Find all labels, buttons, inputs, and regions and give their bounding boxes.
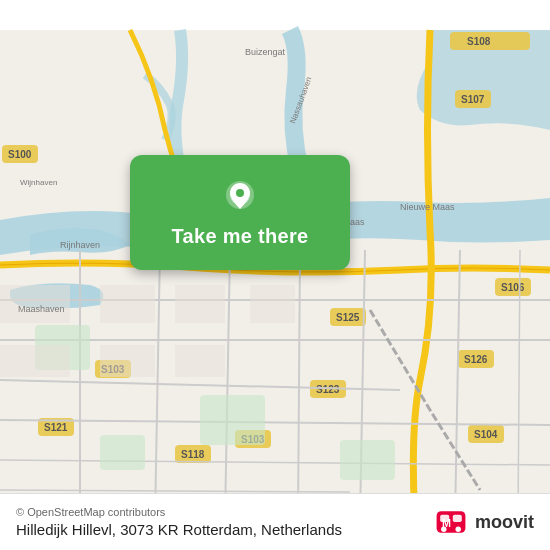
copyright-text: © OpenStreetMap contributors — [16, 506, 342, 518]
moovit-logo: M moovit — [433, 504, 534, 540]
svg-rect-39 — [200, 395, 265, 445]
svg-text:S123: S123 — [316, 384, 340, 395]
svg-text:S106: S106 — [501, 282, 525, 293]
svg-text:S126: S126 — [464, 354, 488, 365]
svg-text:Nieuwe Maas: Nieuwe Maas — [400, 202, 455, 212]
action-button-label: Take me there — [172, 225, 309, 248]
svg-rect-40 — [340, 440, 395, 480]
svg-text:Maashaven: Maashaven — [18, 304, 65, 314]
svg-rect-44 — [175, 285, 225, 323]
svg-rect-48 — [175, 345, 225, 377]
bottom-bar: © OpenStreetMap contributors Hilledijk H… — [0, 493, 550, 550]
svg-rect-47 — [100, 345, 155, 377]
svg-text:S100: S100 — [8, 149, 32, 160]
svg-rect-43 — [100, 285, 155, 323]
moovit-label: moovit — [475, 512, 534, 533]
svg-text:M: M — [442, 517, 451, 529]
map-background: S108 S100 S107 S106 S125 S103 S103 S123 … — [0, 0, 550, 550]
map-container: S108 S100 S107 S106 S125 S103 S103 S123 … — [0, 0, 550, 550]
moovit-logo-icon: M — [433, 504, 469, 540]
svg-point-63 — [455, 527, 460, 532]
address-text: Hilledijk Hillevl, 3073 KR Rotterdam, Ne… — [16, 521, 342, 538]
svg-text:S125: S125 — [336, 312, 360, 323]
svg-rect-46 — [0, 345, 70, 377]
svg-rect-45 — [250, 285, 295, 323]
svg-rect-59 — [437, 511, 466, 533]
svg-text:S121: S121 — [44, 422, 68, 433]
svg-point-58 — [236, 189, 244, 197]
svg-text:S107: S107 — [461, 94, 485, 105]
svg-text:S118: S118 — [181, 449, 205, 460]
svg-text:Rijnhaven: Rijnhaven — [60, 240, 100, 250]
svg-text:Wijnhaven: Wijnhaven — [20, 178, 57, 187]
bottom-bar-info: © OpenStreetMap contributors Hilledijk H… — [16, 506, 342, 538]
svg-rect-61 — [453, 515, 462, 522]
location-pin-icon — [220, 177, 260, 217]
svg-text:Buizengat: Buizengat — [245, 47, 286, 57]
svg-text:S108: S108 — [467, 36, 491, 47]
svg-rect-41 — [100, 435, 145, 470]
svg-text:S104: S104 — [474, 429, 498, 440]
take-me-there-button[interactable]: Take me there — [130, 155, 350, 270]
